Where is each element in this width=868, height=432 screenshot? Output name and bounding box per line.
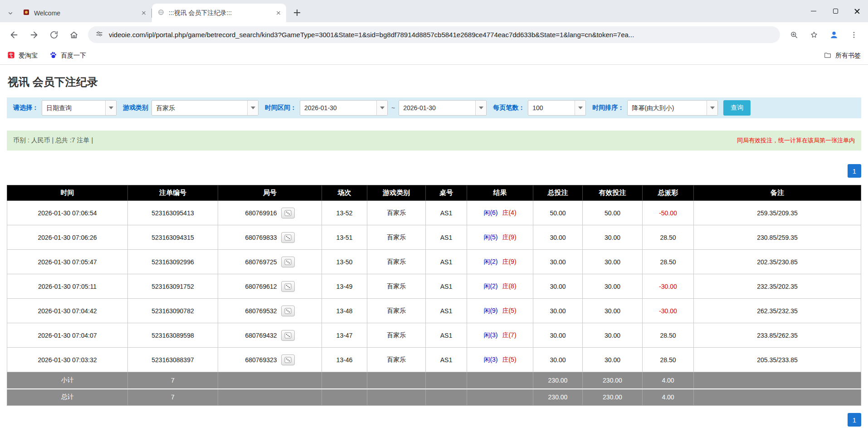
time-cell: 2026-01-30 07:04:42 [7, 299, 128, 323]
payout-cell: 28.50 [643, 323, 694, 348]
address-bar[interactable]: videoie.com/ipl/portal.php/game/betrecor… [88, 26, 780, 43]
chevron-down-icon[interactable] [376, 101, 387, 115]
video-replay-icon[interactable] [281, 232, 295, 243]
tab-welcome[interactable]: Welcome [17, 4, 151, 22]
tab-search-chevron-icon[interactable] [4, 4, 17, 22]
bookmark-star-icon[interactable] [805, 25, 824, 44]
home-icon[interactable] [64, 25, 83, 44]
chevron-down-icon[interactable] [475, 101, 486, 115]
game-type-cell: 百家乐 [367, 323, 426, 348]
video-replay-icon[interactable] [281, 330, 295, 341]
video-replay-icon[interactable] [281, 208, 295, 218]
valid-bet-cell: 50.00 [583, 201, 643, 225]
aitaobao-icon [7, 51, 15, 60]
tab-close-icon[interactable] [140, 9, 148, 17]
round-number: 680769833 [245, 234, 277, 241]
bookmark-baidu[interactable]: 百度一下 [49, 51, 86, 60]
chevron-down-icon[interactable] [575, 101, 585, 115]
back-icon[interactable] [5, 25, 24, 44]
result-player: 闲(2) [483, 282, 497, 290]
refresh-icon[interactable] [44, 25, 63, 44]
page-content: 视讯 会员下注纪录 请选择： 日期查询 游戏类别 百家乐 时间区间： 2026-… [0, 75, 868, 427]
empty-cell [322, 389, 367, 406]
session-cell: 13-49 [322, 274, 367, 299]
total-bet-cell[interactable]: 30.00 [533, 299, 583, 323]
tab-close-icon[interactable] [274, 9, 283, 17]
page-size-select[interactable]: 100 [528, 100, 586, 116]
query-type-select[interactable]: 日期查询 [42, 100, 117, 116]
bookmarks-folder-icon [824, 51, 832, 61]
search-button[interactable]: 查询 [723, 100, 751, 116]
globe-favicon-icon [157, 9, 165, 17]
maximize-button[interactable] [824, 0, 846, 22]
date-from-select[interactable]: 2026-01-30 [300, 100, 388, 116]
date-range-label: 时间区间： [265, 104, 297, 112]
total-bet-cell[interactable]: 50.00 [533, 201, 583, 225]
valid-bet-cell: 30.00 [583, 348, 643, 372]
total-bet-cell[interactable]: 30.00 [533, 250, 583, 274]
bet-id-cell: 523163091752 [128, 274, 218, 299]
site-info-icon[interactable] [95, 30, 103, 40]
new-tab-button[interactable] [291, 6, 303, 19]
header-result: 结果 [467, 185, 533, 201]
bookmarks-bar: 爱淘宝 百度一下 所有书签 [0, 47, 868, 65]
date-separator: ~ [391, 104, 395, 112]
payout-cell: -30.00 [643, 274, 694, 299]
sort-order-select[interactable]: 降幂(由大到小) [627, 100, 718, 116]
pagination-page-1[interactable]: 1 [848, 164, 861, 178]
tab-betrecord[interactable]: :::视讯 会员下注纪录::: [152, 4, 286, 22]
page-title: 视讯 会员下注纪录 [8, 75, 861, 89]
time-cell: 2026-01-30 07:05:47 [7, 250, 128, 274]
valid-bet-notice: 同局有效投注，统一计算在该局第一张注单内 [737, 136, 855, 145]
all-bookmarks[interactable]: 所有书签 [824, 51, 861, 61]
date-from-value: 2026-01-30 [300, 101, 376, 115]
video-replay-icon[interactable] [281, 306, 295, 316]
bet-id-cell: 523163088397 [128, 348, 218, 372]
sort-order-value: 降幂(由大到小) [628, 101, 707, 115]
table-no-cell: AS1 [426, 201, 467, 225]
table-no-cell: AS1 [426, 299, 467, 323]
pagination-page-1[interactable]: 1 [848, 413, 861, 427]
empty-cell [694, 389, 861, 406]
result-banker: 庄(9) [502, 258, 516, 265]
tab-bar: Welcome :::视讯 会员下注纪录::: [0, 0, 868, 22]
chevron-down-icon[interactable] [105, 101, 116, 115]
result-player: 闲(6) [483, 209, 497, 216]
subtotal-payout: 4.00 [643, 372, 694, 389]
subtotal-label: 小计 [7, 372, 128, 389]
table-no-cell: AS1 [426, 323, 467, 348]
date-to-select[interactable]: 2026-01-30 [399, 100, 487, 116]
time-cell: 2026-01-30 07:06:26 [7, 225, 128, 250]
result-player: 闲(2) [483, 258, 497, 265]
game-type-select[interactable]: 百家乐 [151, 100, 258, 116]
total-bet-cell[interactable]: 30.00 [533, 348, 583, 372]
zoom-icon[interactable] [785, 25, 804, 44]
url-text[interactable]: videoie.com/ipl/portal.php/game/betrecor… [109, 31, 634, 39]
table-no-cell: AS1 [426, 225, 467, 250]
result-banker: 庄(5) [502, 356, 516, 363]
minimize-button[interactable] [803, 0, 824, 22]
round-cell: 680769833 [218, 225, 322, 250]
forward-icon[interactable] [24, 25, 44, 44]
round-number: 680769532 [245, 307, 277, 315]
video-replay-icon[interactable] [281, 281, 295, 292]
pagination-top: 1 [7, 164, 861, 178]
video-replay-icon[interactable] [281, 354, 295, 365]
bookmark-aitaobao[interactable]: 爱淘宝 [7, 51, 38, 60]
menu-kebab-icon[interactable] [844, 25, 863, 44]
total-bet-cell[interactable]: 30.00 [533, 323, 583, 348]
filter-bar: 请选择： 日期查询 游戏类别 百家乐 时间区间： 2026-01-30 ~ 20… [7, 97, 861, 118]
round-number: 680769725 [245, 258, 277, 266]
round-cell: 680769916 [218, 201, 322, 225]
video-replay-icon[interactable] [281, 257, 295, 267]
empty-cell [367, 372, 426, 389]
chevron-down-icon[interactable] [707, 101, 717, 115]
close-button[interactable] [846, 0, 868, 22]
profile-avatar-icon[interactable] [824, 25, 844, 44]
chevron-down-icon[interactable] [247, 101, 258, 115]
total-bet-cell[interactable]: 30.00 [533, 274, 583, 299]
subtotal-total-bet: 230.00 [533, 372, 583, 389]
total-bet-cell[interactable]: 30.00 [533, 225, 583, 250]
date-to-value: 2026-01-30 [399, 101, 475, 115]
result-banker: 庄(7) [502, 331, 516, 339]
